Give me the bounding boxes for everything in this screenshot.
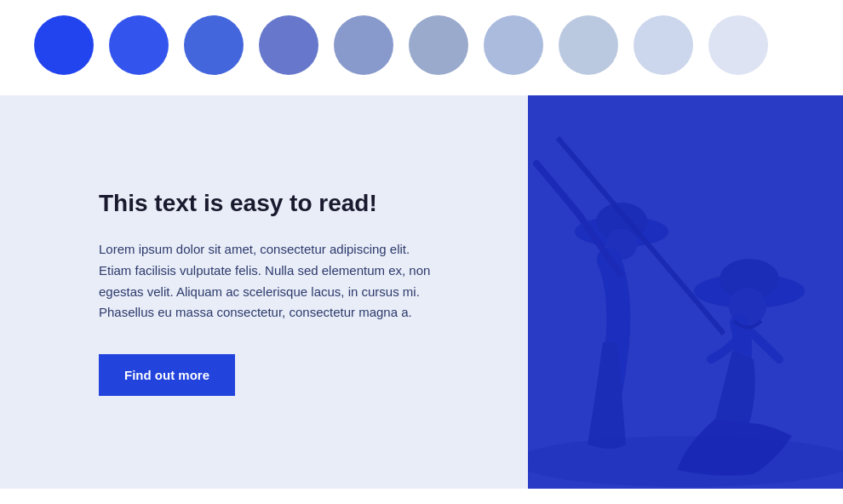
body-text: Lorem ipsum dolor sit amet, consectetur … <box>99 239 439 324</box>
circle-6 <box>409 15 468 75</box>
circles-section <box>0 0 843 95</box>
heading: This text is easy to read! <box>99 188 477 219</box>
circle-4 <box>259 15 318 75</box>
circle-2 <box>109 15 169 75</box>
circle-10 <box>708 15 768 75</box>
circle-9 <box>634 15 693 75</box>
background-image-svg <box>528 95 843 489</box>
svg-rect-9 <box>528 95 843 489</box>
circle-7 <box>484 15 543 75</box>
find-out-more-button[interactable]: Find out more <box>99 354 235 396</box>
content-section: This text is easy to read! Lorem ipsum d… <box>0 95 843 489</box>
circle-3 <box>184 15 244 75</box>
left-panel: This text is easy to read! Lorem ipsum d… <box>0 95 528 489</box>
right-panel <box>528 95 843 489</box>
circle-5 <box>334 15 393 75</box>
circle-8 <box>559 15 618 75</box>
circle-1 <box>34 15 94 75</box>
